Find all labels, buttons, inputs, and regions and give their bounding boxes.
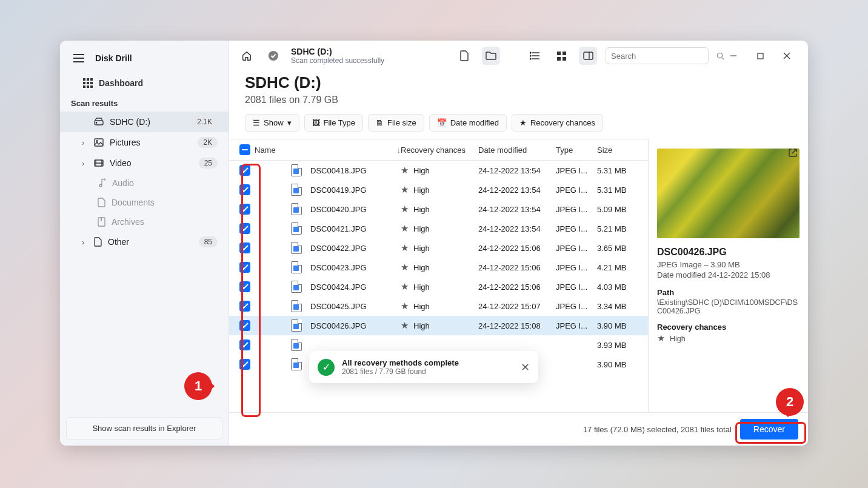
row-checkbox[interactable]: [239, 339, 250, 350]
file-name: DSC00418.JPG: [310, 166, 367, 175]
row-checkbox[interactable]: [239, 165, 250, 176]
col-date[interactable]: Date modified: [478, 145, 556, 155]
table-row[interactable]: DSC00419.JPG★High24-12-2022 13:54JPEG I.…: [229, 180, 648, 199]
svg-rect-0: [83, 78, 85, 81]
col-type[interactable]: Type: [556, 145, 597, 155]
row-checkbox[interactable]: [239, 359, 250, 370]
open-external-icon[interactable]: [784, 144, 802, 162]
cell-type: JPEG I...: [556, 224, 597, 233]
toast-title: All recovery methods complete: [342, 358, 459, 367]
cell-type: JPEG I...: [556, 263, 597, 272]
row-checkbox[interactable]: [239, 223, 250, 234]
nav-dashboard[interactable]: Dashboard: [60, 73, 229, 93]
table-row[interactable]: DSC00418.JPG★High24-12-2022 13:54JPEG I.…: [229, 161, 648, 180]
row-checkbox[interactable]: [239, 242, 250, 253]
sidebar-item-other[interactable]: ›Other85: [60, 232, 229, 252]
row-checkbox[interactable]: [239, 281, 250, 292]
calendar-icon: 📅: [437, 118, 447, 127]
svg-rect-11: [95, 139, 103, 146]
cell-date: 24-12-2022 15:06: [478, 282, 556, 292]
maximize-icon[interactable]: [747, 47, 773, 65]
filter-icon: ☰: [253, 118, 260, 127]
sidebar-item-audio[interactable]: Audio: [60, 173, 229, 193]
chevron-right-icon: ›: [82, 159, 88, 168]
cell-date: 24-12-2022 15:08: [478, 321, 556, 330]
cell-date: 24-12-2022 15:06: [478, 263, 556, 272]
col-recovery[interactable]: Recovery chances: [401, 145, 478, 155]
cell-recovery: ★High: [401, 301, 478, 312]
cell-size: 3.93 MB: [597, 341, 642, 350]
file-icon: 🗎: [376, 118, 384, 127]
svg-rect-20: [563, 52, 566, 55]
cell-recovery: ★High: [401, 204, 478, 215]
svg-point-17: [530, 55, 531, 56]
file-view-icon[interactable]: [455, 47, 473, 65]
toast: ✓ All recovery methods complete 2081 fil…: [309, 351, 538, 383]
menu-icon[interactable]: [70, 49, 88, 67]
cell-size: 5.31 MB: [597, 186, 642, 195]
sidebar-item-sdhc-d-[interactable]: SDHC (D:)2.1K: [60, 112, 229, 132]
cell-recovery: ★High: [401, 184, 478, 195]
svg-rect-3: [83, 82, 85, 84]
table-row[interactable]: DSC00426.JPG★High24-12-2022 15:08JPEG I.…: [229, 316, 648, 335]
video-icon: [94, 159, 104, 167]
filter-recovery-chances[interactable]: ★Recovery chances: [512, 114, 603, 132]
row-checkbox[interactable]: [239, 320, 250, 331]
col-name[interactable]: Name: [255, 145, 276, 155]
cell-size: 3.65 MB: [597, 244, 642, 253]
table-row[interactable]: DSC00422.JPG★High24-12-2022 15:06JPEG I.…: [229, 238, 648, 258]
star-icon: ★: [401, 184, 409, 195]
cell-size: 5.09 MB: [597, 205, 642, 214]
filter-file-type[interactable]: 🖼File Type: [304, 114, 364, 132]
filter-date-modified[interactable]: 📅Date modified: [429, 114, 507, 132]
preview-thumbnail: [657, 149, 800, 238]
close-icon[interactable]: [774, 47, 800, 65]
list-view-icon[interactable]: [526, 47, 544, 65]
toast-close-icon[interactable]: ✕: [521, 361, 530, 374]
home-icon[interactable]: [238, 47, 256, 65]
sidebar-item-archives[interactable]: Archives: [60, 212, 229, 232]
row-checkbox[interactable]: [239, 204, 250, 215]
breadcrumb-title: SDHC (D:): [291, 47, 384, 56]
row-checkbox[interactable]: [239, 262, 250, 273]
cell-recovery: ★High: [401, 320, 478, 331]
sidebar-item-documents[interactable]: Documents: [60, 193, 229, 212]
other-icon: [94, 237, 102, 247]
search-input[interactable]: [606, 47, 709, 64]
table-row[interactable]: DSC00424.JPG★High24-12-2022 15:06JPEG I.…: [229, 277, 648, 296]
preview-path-label: Path: [657, 288, 800, 297]
file-name: DSC00419.JPG: [310, 186, 367, 195]
col-size[interactable]: Size: [597, 145, 642, 155]
show-in-explorer-button[interactable]: Show scan results in Explorer: [66, 417, 222, 440]
table-row[interactable]: DSC00420.JPG★High24-12-2022 13:54JPEG I.…: [229, 199, 648, 219]
sidebar-item-video[interactable]: ›Video25: [60, 153, 229, 173]
filter-file-size[interactable]: 🗎File size: [368, 114, 424, 132]
row-checkbox[interactable]: [239, 184, 250, 195]
drive-icon: [94, 118, 104, 126]
cell-type: JPEG I...: [556, 166, 597, 175]
breadcrumb-subtitle: Scan completed successfully: [291, 56, 384, 65]
row-checkbox[interactable]: [239, 301, 250, 312]
file-name: DSC00424.JPG: [310, 282, 367, 292]
table-header: Name↓ Recovery chances Date modified Typ…: [229, 139, 648, 161]
table-row[interactable]: DSC00421.JPG★High24-12-2022 13:54JPEG I.…: [229, 219, 648, 238]
file-icon: [291, 184, 302, 196]
filter-show[interactable]: ☰Show▾: [245, 114, 299, 132]
file-icon: [291, 242, 302, 254]
minimize-icon[interactable]: [721, 47, 746, 65]
table-row[interactable]: DSC00423.JPG★High24-12-2022 15:06JPEG I.…: [229, 258, 648, 277]
select-all-checkbox[interactable]: [239, 144, 250, 155]
cell-recovery: ★High: [401, 281, 478, 292]
sidebar-item-label: Video: [110, 158, 193, 168]
search-field[interactable]: [611, 52, 713, 61]
split-view-icon[interactable]: [579, 47, 597, 65]
table-row[interactable]: DSC00425.JPG★High24-12-2022 15:07JPEG I.…: [229, 296, 648, 316]
svg-rect-25: [758, 53, 763, 59]
cell-recovery: ★High: [401, 262, 478, 273]
grid-view-icon[interactable]: [552, 47, 570, 65]
image-icon: [94, 138, 104, 147]
file-icon: [291, 358, 302, 370]
folder-view-icon[interactable]: [482, 47, 500, 65]
sidebar-item-pictures[interactable]: ›Pictures2K: [60, 132, 229, 153]
svg-rect-5: [90, 82, 93, 84]
